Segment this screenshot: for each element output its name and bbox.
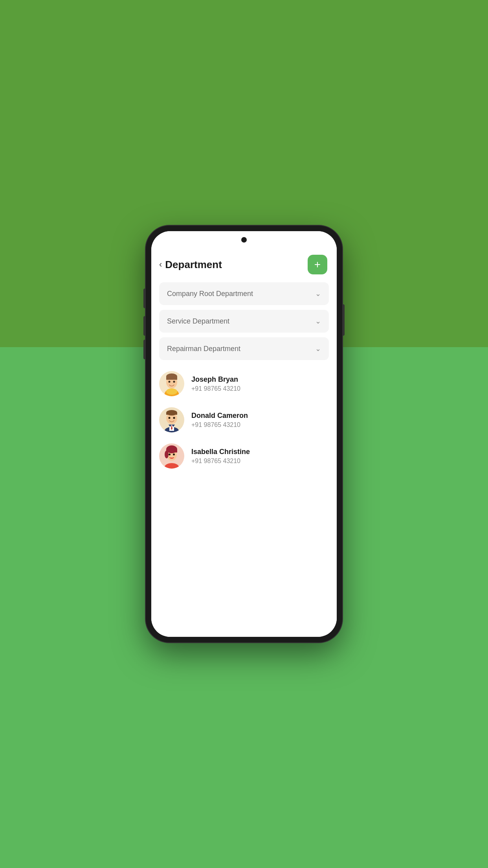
svg-point-17 [165,463,179,469]
svg-rect-12 [166,413,177,415]
person-phone: +91 98765 43210 [191,458,250,465]
person-item-joseph[interactable]: Joseph Bryan +91 98765 43210 [159,366,329,401]
svg-point-1 [166,388,177,395]
person-name: Donald Cameron [191,412,248,420]
person-name: Joseph Bryan [191,375,240,384]
camera-dot [241,237,247,243]
svg-rect-4 [166,377,177,380]
svg-point-14 [173,417,175,419]
header: ‹ Department + [151,248,337,282]
svg-point-6 [173,381,175,383]
person-info-joseph: Joseph Bryan +91 98765 43210 [191,375,240,392]
svg-point-21 [165,451,169,458]
status-bar [151,231,337,248]
person-phone: +91 98765 43210 [191,385,240,392]
add-department-button[interactable]: + [308,255,327,274]
person-name: Isabella Christine [191,448,250,456]
department-item-company-root[interactable]: Company Root Department ⌄ [159,282,329,305]
avatar-isabella [159,443,184,469]
department-item-repairman[interactable]: Repairman Department ⌄ [159,337,329,360]
chevron-down-icon: ⌄ [315,317,321,326]
person-item-donald[interactable]: Donald Cameron +91 98765 43210 [159,403,329,437]
people-list: Joseph Bryan +91 98765 43210 [151,360,337,481]
svg-point-22 [169,454,171,456]
department-list: Company Root Department ⌄ Service Depart… [151,282,337,360]
person-item-isabella[interactable]: Isabella Christine +91 98765 43210 [159,439,329,473]
chevron-down-icon: ⌄ [315,344,321,353]
svg-point-5 [169,381,171,383]
header-left: ‹ Department [159,259,222,271]
person-phone: +91 98765 43210 [191,421,248,428]
department-item-service[interactable]: Service Department ⌄ [159,310,329,333]
person-info-donald: Donald Cameron +91 98765 43210 [191,412,248,428]
avatar-joseph [159,371,184,396]
svg-point-23 [173,454,175,456]
department-name: Service Department [167,317,229,326]
app-content: ‹ Department + Company Root Department ⌄… [151,248,337,637]
person-info-isabella: Isabella Christine +91 98765 43210 [191,448,250,465]
page-title: Department [165,259,222,271]
department-name: Company Root Department [167,290,253,298]
svg-point-13 [169,417,171,419]
back-button[interactable]: ‹ [159,260,162,269]
phone-screen: ‹ Department + Company Root Department ⌄… [151,231,337,637]
avatar-donald [159,407,184,432]
department-name: Repairman Department [167,345,240,353]
chevron-down-icon: ⌄ [315,289,321,298]
phone-frame: ‹ Department + Company Root Department ⌄… [146,226,342,642]
